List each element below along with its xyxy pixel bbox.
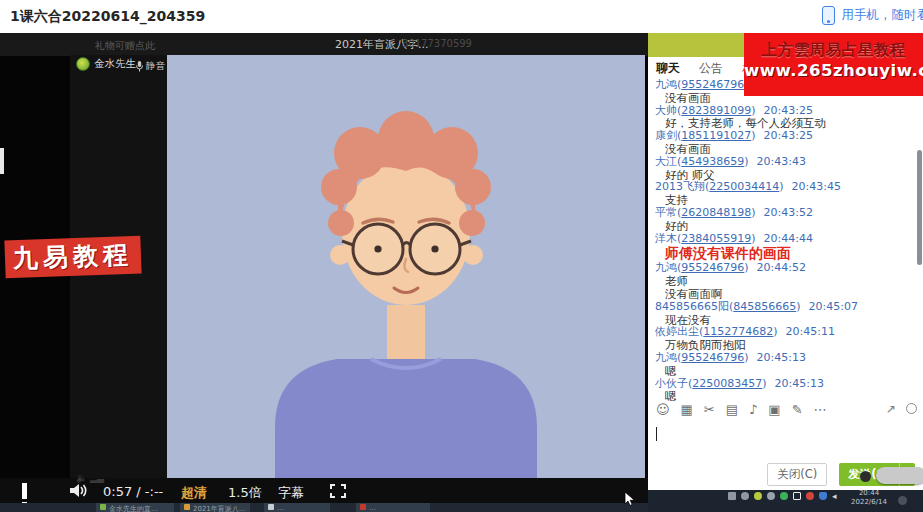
more-icon[interactable]: ⋯ [814, 402, 827, 417]
message-user[interactable]: 大江( [655, 156, 681, 168]
stream-top-bar: 礼物可赠点此 2021年盲派八字... 30177370599 [0, 33, 648, 56]
left-edge-sliver [0, 148, 4, 174]
message-time: 20:44:52 [757, 262, 806, 274]
chat-window: 上方雲周易占星教程 www.265zhouyiw.com 聊天公告相册文件 九鸿… [648, 33, 923, 490]
chat-scrollbar[interactable] [917, 150, 922, 265]
message-qq-number[interactable]: 1851191027 [681, 130, 751, 142]
message-text: 师傅没有课件的画面 [655, 245, 913, 262]
message-time: 20:43:25 [764, 105, 813, 117]
emoji-icon[interactable]: ☺ [656, 402, 670, 417]
show-desktop-button[interactable] [898, 496, 907, 505]
message-qq-number[interactable]: 845856665 [733, 301, 796, 313]
person-tray-icon[interactable] [767, 492, 775, 500]
message-qq-number[interactable]: 955246796 [681, 262, 744, 274]
message-qq-number[interactable]: 955246796 [681, 79, 744, 91]
pen-icon[interactable]: ✎ [792, 402, 803, 417]
leaf-tray-icon[interactable] [780, 492, 788, 500]
shield-tray-icon[interactable] [819, 492, 827, 500]
taskbar-app-0[interactable]: 金水先生的直… [96, 503, 174, 512]
sync-tray-icon[interactable] [741, 492, 749, 500]
image-icon[interactable]: ▣ [768, 402, 780, 417]
grid-tray-icon[interactable] [728, 492, 736, 500]
message-text: 好，支持老师，每个人必须互动 [655, 117, 913, 130]
message-user[interactable]: 大帅( [655, 105, 681, 117]
message-qq-number[interactable]: 2384055919 [681, 233, 751, 245]
taskbar-app-icon [268, 504, 274, 510]
taskbar-app-1[interactable]: 2021年盲派八… [180, 503, 250, 512]
message-qq-number[interactable]: 1152774682 [703, 326, 773, 338]
pause-button[interactable] [22, 483, 38, 499]
watermark-line1: 上方雲周易占星教程 [744, 40, 923, 61]
message-text: 好的 [655, 220, 913, 233]
history-icon[interactable] [906, 403, 917, 414]
video-canvas[interactable] [167, 55, 645, 511]
message-time: 20:45:13 [775, 378, 824, 390]
player-control-bar: 🔈 ▂▃ 0:57 / -:-- 超清 1.5倍 字幕 [0, 478, 648, 505]
message-paren: ) [744, 262, 748, 274]
scissors-icon[interactable]: ✂ [704, 402, 715, 417]
message-time: 20:45:07 [809, 301, 858, 313]
message-qq-number[interactable]: 454938659 [681, 156, 744, 168]
taskbar-app-3[interactable]: … [356, 503, 430, 512]
message-paren: ) [744, 156, 748, 168]
green-dot-tray-icon[interactable] [754, 492, 762, 500]
close-button[interactable]: 关闭(C) [767, 463, 827, 486]
chevron-left-tray-icon[interactable]: ◂ [832, 492, 840, 500]
gift-hint-label: 礼物可赠点此 [95, 39, 155, 53]
screenshot-icon[interactable]: ▦ [681, 402, 693, 417]
window-title-bar: 1课六合20220614_204359 用手机，随时看 [0, 0, 923, 33]
taskbar-clock[interactable]: 20:44 2022/6/14 [849, 489, 889, 507]
folder-icon[interactable]: ▤ [726, 402, 738, 417]
subtitle-button[interactable]: 字幕 [278, 484, 304, 502]
message-user[interactable]: 845856665阳( [655, 301, 733, 313]
message-user[interactable]: 康剑( [655, 130, 681, 142]
mute-toggle[interactable]: 静音 [136, 60, 165, 73]
expand-icon[interactable]: ↗ [886, 402, 896, 416]
message-time: 20:43:25 [764, 130, 813, 142]
message-user[interactable]: 2013飞翔( [655, 181, 709, 193]
screen: 1课六合20220614_204359 用手机，随时看 礼物可赠点此 2021年… [0, 0, 923, 512]
red-dot-tray-icon[interactable] [806, 492, 814, 500]
message-qq-number[interactable]: 955246796 [681, 352, 744, 364]
video-player-area: 礼物可赠点此 2021年盲派八字... 30177370599 金水先生 静音 [0, 33, 923, 512]
fullscreen-button[interactable] [330, 484, 346, 501]
message-qq-number[interactable]: 2250083457 [692, 378, 762, 390]
chat-input-caret[interactable] [656, 427, 657, 441]
volume-icon[interactable] [70, 483, 89, 501]
message-user[interactable]: 依婷出尘( [655, 326, 703, 338]
message-user[interactable]: 小伙子( [655, 378, 692, 390]
taskbar-app-label: … [369, 504, 376, 512]
music-icon[interactable]: ♪ [749, 402, 757, 417]
message-qq-number[interactable]: 2250034414 [709, 181, 779, 193]
speed-button[interactable]: 1.5倍 [228, 484, 262, 502]
message-user[interactable]: 九鸿( [655, 79, 681, 91]
cartoon-presenter [167, 55, 645, 511]
message-qq-number[interactable]: 2620848198 [681, 207, 751, 219]
message-user[interactable]: 九鸿( [655, 352, 681, 364]
message-paren: ) [751, 130, 755, 142]
taskbar-app-label: 2021年盲派八… [193, 504, 246, 512]
message-qq-number[interactable]: 2823891099 [681, 105, 751, 117]
tab-公告[interactable]: 公告 [699, 60, 723, 77]
watermark-overlay: 上方雲周易占星教程 www.265zhouyiw.com [744, 33, 923, 96]
taskbar-app-2[interactable]: … [264, 503, 330, 512]
message-text: 没有画面啊 [655, 288, 913, 301]
stream-id: 30177370599 [402, 38, 472, 49]
watch-on-mobile-link[interactable]: 用手机，随时看 [822, 6, 923, 25]
taskbar-app-icon [360, 504, 366, 510]
message-time: 20:43:45 [792, 181, 841, 193]
mobile-hint-label: 用手机，随时看 [842, 7, 923, 24]
message-time: 20:43:52 [764, 207, 813, 219]
message-header: 小伙子(2250083457)20:45:13 [655, 378, 913, 391]
streamer-row: 金水先生 [76, 57, 136, 71]
message-text: 好的 师父 [655, 169, 913, 182]
chat-toolbar-right: ↗ [886, 402, 917, 416]
quality-button[interactable]: 超清 [181, 484, 207, 502]
tab-聊天[interactable]: 聊天 [656, 60, 680, 77]
message-user[interactable]: 九鸿( [655, 262, 681, 274]
message-paren: ) [779, 181, 783, 193]
message-user[interactable]: 平常( [655, 207, 681, 219]
recorder-pill[interactable] [876, 467, 923, 484]
window-tray-icon[interactable] [793, 492, 801, 500]
message-user[interactable]: 洋木( [655, 233, 681, 245]
